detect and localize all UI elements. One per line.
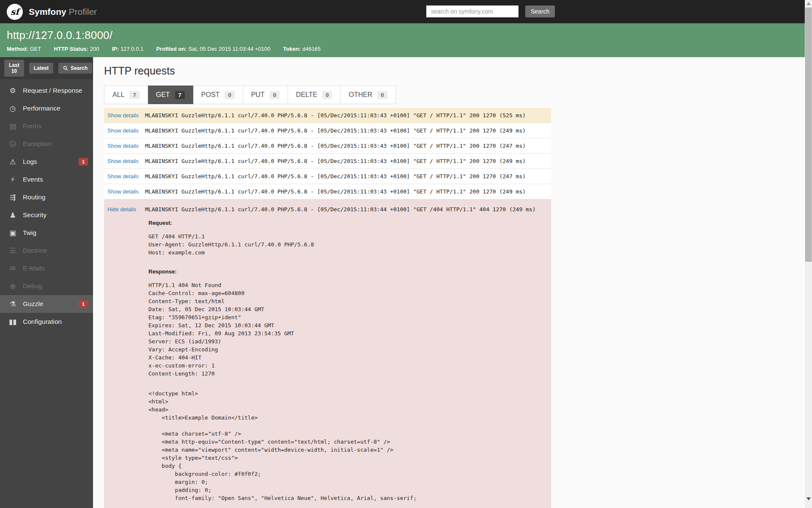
request-log-line: MLABINSKYI GuzzleHttp/6.1.1 curl/7.40.0 …	[145, 173, 526, 179]
sidebar-actions: Last 10 Latest Search	[0, 57, 93, 79]
profile-meta: Method:GET HTTP Status:200 IP:127.0.0.1 …	[7, 46, 798, 52]
sidebar-item-configuration[interactable]: ▮▮Configuration	[0, 313, 93, 331]
request-list: Show detailsMLABINSKYI GuzzleHttp/6.1.1 …	[104, 108, 551, 508]
log-book-icon: ⚠	[8, 157, 18, 166]
expanded-row-header: Hide details MLABINSKYI GuzzleHttp/6.1.1…	[104, 199, 551, 215]
method-tabs: ALL7 GET7 POST0 PUT0 DELTE0 OTHER0	[104, 86, 805, 104]
tab-get[interactable]: GET7	[148, 86, 193, 104]
search-input[interactable]	[426, 6, 518, 17]
ghost-icon: ☹	[8, 140, 18, 148]
app-title-primary: Symfony	[29, 7, 66, 17]
scrollbar-thumb[interactable]	[805, 8, 812, 262]
clipboard-icon: ▤	[8, 122, 18, 130]
request-row: Show detailsMLABINSKYI GuzzleHttp/6.1.1 …	[104, 123, 551, 138]
sidebar-item-security[interactable]: ♟Security	[0, 206, 93, 224]
response-body-raw: <!doctype html> <html> <head> <title>Exa…	[148, 389, 551, 508]
show-details-link[interactable]: Show details	[104, 173, 145, 179]
meta-token: Token:d46165	[283, 46, 321, 52]
search-button[interactable]: Search	[525, 6, 555, 17]
target-icon: ⊕	[8, 282, 18, 290]
guzzle-count-badge: 1	[79, 300, 88, 308]
sidebar-item-exception: ☹Exception	[0, 135, 93, 153]
page-title: HTTP requests	[104, 65, 805, 77]
request-log-line: MLABINSKYI GuzzleHttp/6.1.1 curl/7.40.0 …	[145, 188, 526, 195]
show-details-link[interactable]: Show details	[104, 158, 145, 164]
sidebar-item-logs[interactable]: ⚠Logs1	[0, 153, 93, 171]
request-detail: Request: GET /404 HTTP/1.1 User-Agent: G…	[148, 215, 551, 508]
stopwatch-icon: ◷	[8, 104, 18, 113]
sidebar: Last 10 Latest Search ⚙Request / Respons…	[0, 57, 93, 508]
tab-delte[interactable]: DELTE0	[288, 86, 341, 104]
expanded-request-row: Hide details MLABINSKYI GuzzleHttp/6.1.1…	[104, 199, 551, 508]
show-details-link[interactable]: Show details	[104, 127, 145, 134]
response-heading: Response:	[148, 268, 551, 275]
sidebar-search-button[interactable]: Search	[58, 63, 92, 74]
sidebar-item-routing[interactable]: ⇶Routing	[0, 188, 93, 206]
request-raw: GET /404 HTTP/1.1 User-Agent: GuzzleHttp…	[148, 232, 551, 257]
database-icon: ☰	[8, 246, 18, 255]
gears-icon: ⚙	[8, 86, 18, 95]
sidebar-menu: ⚙Request / Response ◷Performance ▤Forms …	[0, 79, 93, 331]
broadcast-icon: ⚡	[8, 175, 18, 184]
sidebar-item-performance[interactable]: ◷Performance	[0, 99, 93, 117]
sidebar-item-doctrine: ☰Doctrine	[0, 242, 93, 260]
meta-profiled-on: Profiled on:Sat, 05 Dec 2015 11:03:44 +0…	[156, 46, 270, 52]
profile-header: http://127.0.0.1:8000/ Method:GET HTTP S…	[0, 23, 805, 57]
latest-button[interactable]: Latest	[29, 63, 53, 74]
envelope-icon: ✉	[8, 264, 18, 273]
sidebar-item-twig[interactable]: ▣Twig	[0, 224, 93, 242]
top-bar: sf Symfony Profiler Search	[0, 0, 805, 23]
tab-put-count: 0	[270, 91, 280, 99]
tab-post-count: 0	[225, 91, 234, 99]
hide-details-link[interactable]: Hide details	[104, 206, 145, 213]
meta-method: Method:GET	[7, 46, 41, 52]
window-icon: ▣	[8, 229, 18, 237]
gas-pump-icon: ⚗	[8, 300, 18, 308]
app-title-secondary: Profiler	[69, 7, 97, 17]
main-content: HTTP requests ALL7 GET7 POST0 PUT0 DELTE…	[93, 57, 805, 508]
response-headers-raw: HTTP/1.1 404 Not Found Cache-Control: ma…	[148, 281, 551, 378]
request-row: Show detailsMLABINSKYI GuzzleHttp/6.1.1 …	[104, 138, 551, 154]
meta-http-status: HTTP Status:200	[54, 46, 99, 52]
request-heading: Request:	[148, 220, 551, 226]
profiled-url: http://127.0.0.1:8000/	[7, 29, 798, 42]
request-log-line: MLABINSKYI GuzzleHttp/6.1.1 curl/7.40.0 …	[145, 127, 526, 134]
tab-other[interactable]: OTHER0	[340, 86, 395, 104]
sidebar-item-forms: ▤Forms	[0, 117, 93, 135]
vertical-scrollbar[interactable]	[805, 0, 812, 508]
meta-ip: IP:127.0.0.1	[112, 46, 143, 52]
tab-all[interactable]: ALL7	[104, 86, 148, 104]
request-log-line: MLABINSKYI GuzzleHttp/6.1.1 curl/7.40.0 …	[145, 158, 526, 164]
tab-delte-count: 0	[322, 91, 332, 99]
scroll-down-arrow-icon[interactable]	[807, 497, 811, 500]
person-icon: ♟	[8, 211, 18, 219]
show-details-link[interactable]: Show details	[104, 112, 145, 119]
show-details-link[interactable]: Show details	[104, 143, 145, 149]
topbar-search: Search	[426, 6, 555, 17]
signpost-icon: ⇶	[8, 193, 18, 202]
sidebar-item-request-response[interactable]: ⚙Request / Response	[0, 82, 93, 99]
app-title: Symfony Profiler	[29, 7, 97, 17]
tab-get-count: 7	[175, 91, 185, 99]
sidebar-item-guzzle[interactable]: ⚗Guzzle1	[0, 295, 93, 313]
search-icon	[63, 66, 68, 71]
scroll-up-arrow-icon[interactable]	[807, 2, 811, 5]
request-log-line: MLABINSKYI GuzzleHttp/6.1.1 curl/7.40.0 …	[145, 112, 526, 119]
request-log-line: MLABINSKYI GuzzleHttp/6.1.1 curl/7.40.0 …	[145, 206, 536, 213]
sidebar-item-emails: ✉E-Mails	[0, 260, 93, 277]
request-log-line: MLABINSKYI GuzzleHttp/6.1.1 curl/7.40.0 …	[145, 143, 526, 149]
request-row: Show detailsMLABINSKYI GuzzleHttp/6.1.1 …	[104, 184, 551, 199]
logs-count-badge: 1	[79, 158, 88, 166]
tab-all-count: 7	[129, 91, 139, 99]
request-row: Show detailsMLABINSKYI GuzzleHttp/6.1.1 …	[104, 108, 551, 123]
last-10-button[interactable]: Last 10	[4, 60, 24, 77]
tab-put[interactable]: PUT0	[243, 86, 288, 104]
request-row: Show detailsMLABINSKYI GuzzleHttp/6.1.1 …	[104, 169, 551, 184]
tab-post[interactable]: POST0	[193, 86, 243, 104]
pills-icon: ▮▮	[8, 318, 18, 326]
show-details-link[interactable]: Show details	[104, 188, 145, 195]
tab-other-count: 0	[377, 91, 387, 99]
sidebar-item-events[interactable]: ⚡Events	[0, 171, 93, 188]
symfony-logo-icon: sf	[7, 4, 23, 20]
sidebar-item-debug: ⊕Debug	[0, 277, 93, 295]
